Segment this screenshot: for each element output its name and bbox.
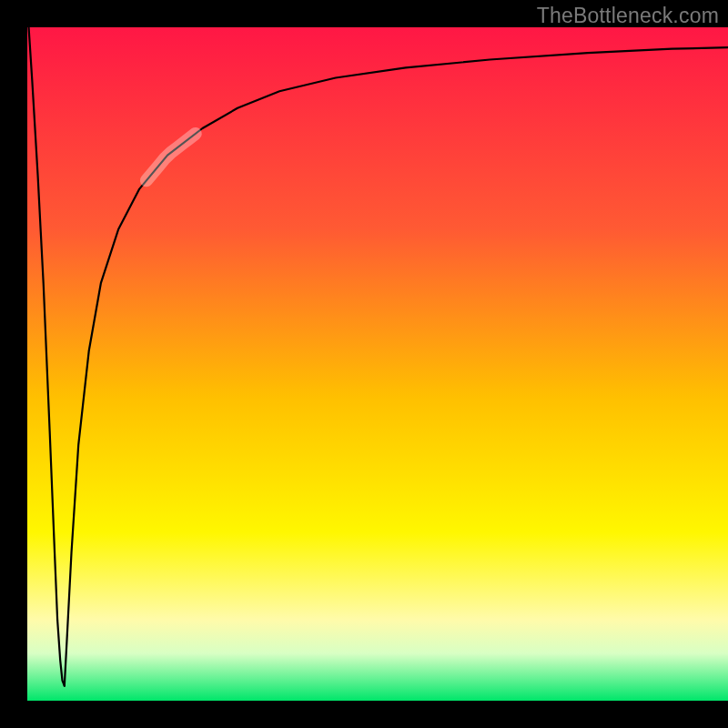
curve-layer	[27, 27, 728, 701]
highlight-segment	[147, 134, 196, 180]
chart-frame: TheBottleneck.com	[0, 0, 728, 728]
left-spike-path	[29, 27, 65, 686]
main-curve-path	[65, 47, 728, 686]
watermark-text: TheBottleneck.com	[537, 4, 719, 28]
